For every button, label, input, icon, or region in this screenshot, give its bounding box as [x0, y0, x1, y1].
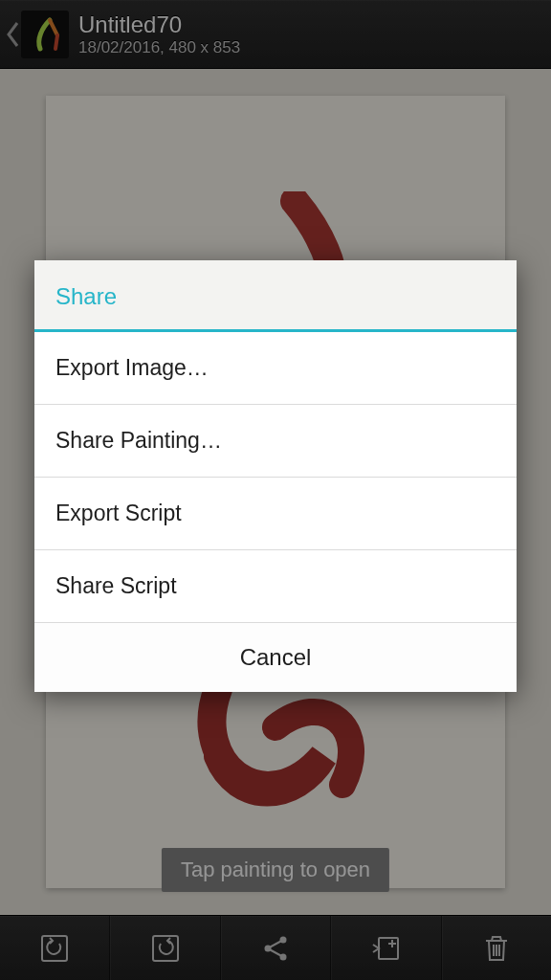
share-dialog: Share Export Image… Share Painting… Expo…	[34, 260, 517, 692]
option-share-painting[interactable]: Share Painting…	[34, 405, 517, 478]
option-export-image[interactable]: Export Image…	[34, 332, 517, 405]
cancel-button[interactable]: Cancel	[34, 623, 517, 692]
option-export-script[interactable]: Export Script	[34, 478, 517, 550]
dialog-title: Share	[34, 260, 517, 332]
option-share-script[interactable]: Share Script	[34, 550, 517, 623]
